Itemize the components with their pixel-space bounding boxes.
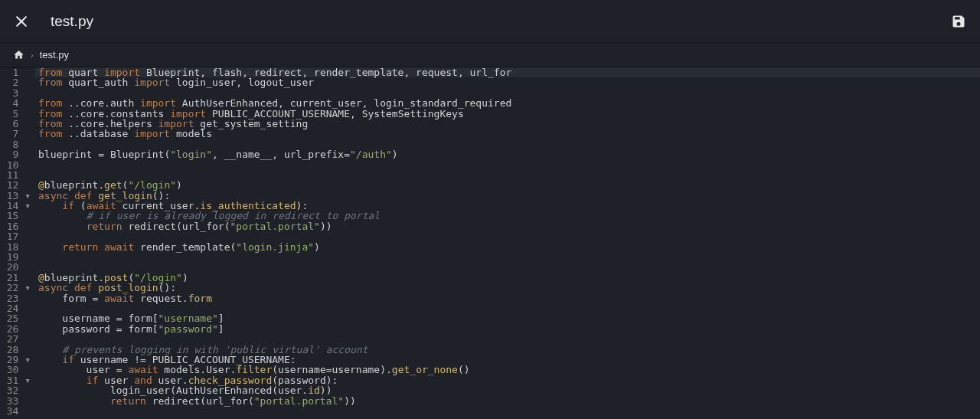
line-number: 9 xyxy=(0,149,31,159)
line-number: 26 xyxy=(0,324,31,334)
save-button[interactable] xyxy=(949,12,968,31)
code-line[interactable]: user = await models.User.filter(username… xyxy=(35,365,980,375)
close-button[interactable] xyxy=(12,12,31,31)
line-number: 6 xyxy=(0,119,31,129)
code-line[interactable]: login_user(AuthUserEnhanced(user.id)) xyxy=(35,385,980,395)
code-line[interactable]: return redirect(url_for("portal.portal")… xyxy=(35,396,980,406)
code-line[interactable] xyxy=(35,231,980,241)
tab-title: test.py xyxy=(51,13,93,30)
line-number: 22 ▾ xyxy=(0,283,31,293)
code-editor[interactable]: 1 2 3 4 5 6 7 8 9 10 11 12 13 ▾14 ▾15 16… xyxy=(0,67,980,419)
code-line[interactable]: return await render_template("login.jinj… xyxy=(35,242,980,252)
code-line[interactable] xyxy=(35,88,980,98)
line-number: 11 xyxy=(0,170,31,180)
code-line[interactable]: blueprint = Blueprint("login", __name__,… xyxy=(35,149,980,159)
line-number: 30 xyxy=(0,365,31,375)
line-number: 18 xyxy=(0,242,31,252)
line-number: 25 xyxy=(0,313,31,323)
code-line[interactable]: from ..core.helpers import get_system_se… xyxy=(35,119,980,129)
code-line[interactable]: from ..core.auth import AuthUserEnhanced… xyxy=(35,98,980,108)
code-line[interactable] xyxy=(35,334,980,344)
line-number: 21 xyxy=(0,273,31,283)
code-line[interactable]: @blueprint.post("/login") xyxy=(35,273,980,283)
code-line[interactable] xyxy=(35,252,980,262)
line-number: 3 xyxy=(0,88,31,98)
line-number: 13 ▾ xyxy=(0,191,31,201)
line-number: 27 xyxy=(0,334,31,344)
line-number: 32 xyxy=(0,385,31,395)
code-line[interactable]: password = form["password"] xyxy=(35,324,980,334)
line-number: 5 xyxy=(0,109,31,119)
line-number: 4 xyxy=(0,98,31,108)
code-line[interactable]: from ..core.constants import PUBLIC_ACCO… xyxy=(35,109,980,119)
code-line[interactable]: async def post_login(): xyxy=(35,283,980,293)
code-line[interactable]: # if user is already logged in redirect … xyxy=(35,211,980,221)
line-number: 12 xyxy=(0,180,31,190)
line-number: 20 xyxy=(0,262,31,272)
line-number: 16 xyxy=(0,221,31,231)
line-number: 28 xyxy=(0,345,31,355)
code-line[interactable]: username = form["username"] xyxy=(35,313,980,323)
breadcrumb-file[interactable]: test.py xyxy=(40,49,69,61)
titlebar: test.py xyxy=(0,0,980,43)
breadcrumb: › test.py xyxy=(0,43,980,67)
line-number: 24 xyxy=(0,303,31,313)
code-line[interactable]: form = await request.form xyxy=(35,293,980,303)
code-line[interactable] xyxy=(35,160,980,170)
close-icon xyxy=(14,14,29,29)
chevron-right-icon: › xyxy=(31,51,34,60)
line-number: 8 xyxy=(0,139,31,149)
breadcrumb-home[interactable] xyxy=(12,49,24,61)
code-line[interactable]: async def get_login(): xyxy=(35,191,980,201)
line-number: 7 xyxy=(0,129,31,139)
code-line[interactable]: from quart_auth import login_user, logou… xyxy=(35,77,980,87)
line-number: 10 xyxy=(0,160,31,170)
code-line[interactable] xyxy=(35,170,980,180)
code-line[interactable]: return redirect(url_for("portal.portal")… xyxy=(35,221,980,231)
code-line[interactable]: from quart import Blueprint, flash, redi… xyxy=(35,67,980,77)
line-number: 34 xyxy=(0,406,31,416)
save-icon xyxy=(951,14,966,29)
code-area[interactable]: from quart import Blueprint, flash, redi… xyxy=(35,67,980,419)
code-line[interactable] xyxy=(35,406,980,416)
line-number: 1 xyxy=(0,67,31,77)
line-number: 2 xyxy=(0,77,31,87)
line-number: 14 ▾ xyxy=(0,201,31,211)
code-line[interactable] xyxy=(35,303,980,313)
code-line[interactable]: if username != PUBLIC_ACCOUNT_USERNAME: xyxy=(35,355,980,365)
line-number-gutter: 1 2 3 4 5 6 7 8 9 10 11 12 13 ▾14 ▾15 16… xyxy=(0,67,35,419)
code-line[interactable]: if (await current_user.is_authenticated)… xyxy=(35,201,980,211)
code-line[interactable] xyxy=(35,262,980,272)
titlebar-left: test.py xyxy=(12,12,93,31)
line-number: 33 xyxy=(0,396,31,406)
line-number: 15 xyxy=(0,211,31,221)
home-icon xyxy=(13,49,24,61)
line-number: 17 xyxy=(0,231,31,241)
line-number: 29 ▾ xyxy=(0,355,31,365)
line-number: 23 xyxy=(0,293,31,303)
code-line[interactable]: # prevents logging in with 'public virtu… xyxy=(35,345,980,355)
code-line[interactable]: @blueprint.get("/login") xyxy=(35,180,980,190)
line-number: 31 ▾ xyxy=(0,375,31,385)
code-line[interactable]: if user and user.check_password(password… xyxy=(35,375,980,385)
line-number: 19 xyxy=(0,252,31,262)
code-line[interactable] xyxy=(35,139,980,149)
code-line[interactable]: from ..database import models xyxy=(35,129,980,139)
